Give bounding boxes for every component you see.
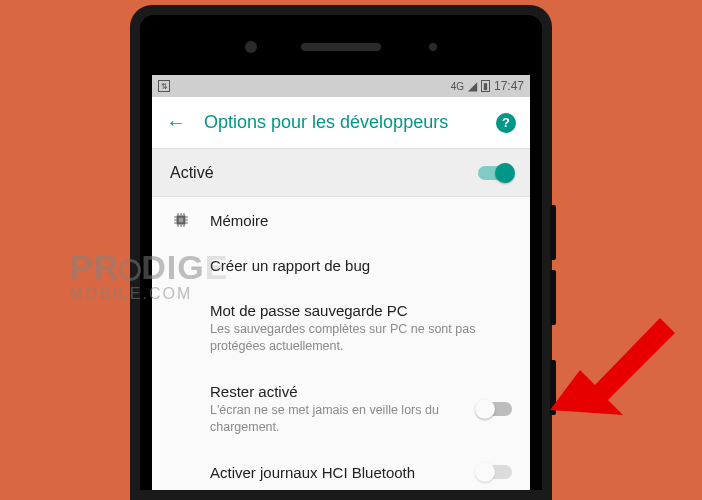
memory-chip-icon (170, 211, 192, 229)
phone-bezel: ⇅ 4G ◢ ▮ 17:47 ← Options pour les dévelo… (140, 15, 542, 490)
row-bug-report-title: Créer un rapport de bug (210, 257, 512, 274)
row-backup-password[interactable]: Mot de passe sauvegarde PC Les sauvegard… (152, 288, 530, 369)
row-memory-title: Mémoire (210, 212, 512, 229)
annotation-arrow (540, 300, 690, 450)
help-icon[interactable]: ? (496, 113, 516, 133)
usb-icon: ⇅ (158, 80, 170, 92)
row-memory[interactable]: Mémoire (152, 197, 530, 243)
earpiece-speaker (301, 43, 381, 51)
row-bug-report[interactable]: Créer un rapport de bug (152, 243, 530, 288)
bluetooth-hci-switch[interactable] (478, 465, 512, 479)
row-bluetooth-hci[interactable]: Activer journaux HCI Bluetooth (152, 450, 530, 483)
front-camera (245, 41, 257, 53)
back-icon[interactable]: ← (166, 111, 186, 134)
app-bar: ← Options pour les développeurs ? (152, 97, 530, 149)
screen: ⇅ 4G ◢ ▮ 17:47 ← Options pour les dévelo… (152, 75, 530, 490)
master-toggle-switch[interactable] (478, 166, 512, 180)
row-stay-awake[interactable]: Rester activé L'écran ne se met jamais e… (152, 369, 530, 450)
page-title: Options pour les développeurs (204, 112, 478, 133)
clock: 17:47 (494, 79, 524, 93)
phone-frame: ⇅ 4G ◢ ▮ 17:47 ← Options pour les dévelo… (130, 5, 552, 500)
svg-marker-14 (550, 318, 675, 415)
row-bluetooth-hci-title: Activer journaux HCI Bluetooth (210, 464, 460, 481)
volume-up-button[interactable] (550, 205, 556, 260)
row-backup-password-sub: Les sauvegardes complètes sur PC ne sont… (210, 321, 512, 355)
settings-list[interactable]: Mémoire Créer un rapport de bug Mot de p… (152, 197, 530, 490)
power-button[interactable] (550, 360, 556, 415)
stay-awake-switch[interactable] (478, 402, 512, 416)
master-toggle-row[interactable]: Activé (152, 149, 530, 197)
network-type: 4G (451, 81, 464, 92)
row-stay-awake-title: Rester activé (210, 383, 460, 400)
battery-icon: ▮ (481, 80, 490, 92)
signal-icon: ◢ (468, 79, 477, 93)
svg-rect-1 (179, 218, 184, 223)
volume-down-button[interactable] (550, 270, 556, 325)
row-stay-awake-sub: L'écran ne se met jamais en veille lors … (210, 402, 460, 436)
proximity-sensor (429, 43, 437, 51)
status-bar: ⇅ 4G ◢ ▮ 17:47 (152, 75, 530, 97)
master-toggle-label: Activé (170, 164, 478, 182)
row-backup-password-title: Mot de passe sauvegarde PC (210, 302, 512, 319)
